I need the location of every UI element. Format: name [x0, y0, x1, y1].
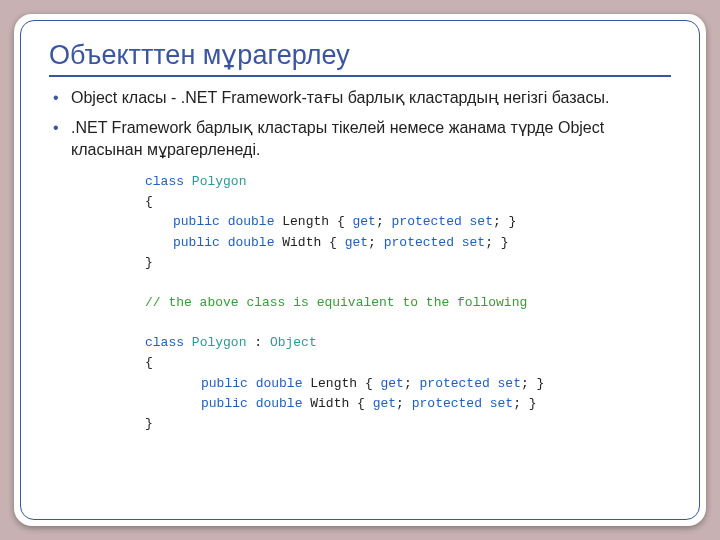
semi: ;: [493, 214, 501, 229]
prop-name: Width: [310, 396, 349, 411]
keyword-public: public: [173, 235, 220, 250]
brace: }: [145, 255, 153, 270]
code-content: class Polygon { public double Length { g…: [145, 172, 575, 434]
brace: {: [357, 396, 365, 411]
keyword-double: double: [228, 235, 275, 250]
brace: }: [529, 396, 537, 411]
semi: ;: [376, 214, 384, 229]
colon: :: [254, 335, 262, 350]
brace: {: [145, 355, 153, 370]
keyword-get: get: [381, 376, 404, 391]
slide-inner: Объектттен мұрагерлеу Object класы - .NE…: [20, 20, 700, 520]
keyword-protected: protected: [412, 396, 482, 411]
keyword-set: set: [462, 235, 485, 250]
keyword-public: public: [201, 396, 248, 411]
prop-name: Width: [282, 235, 321, 250]
keyword-double: double: [228, 214, 275, 229]
slide-title: Объектттен мұрагерлеу: [49, 39, 671, 71]
type-polygon: Polygon: [192, 335, 247, 350]
keyword-public: public: [201, 376, 248, 391]
keyword-class: class: [145, 174, 184, 189]
keyword-protected: protected: [420, 376, 490, 391]
slide-card: Объектттен мұрагерлеу Object класы - .NE…: [14, 14, 706, 526]
keyword-set: set: [490, 396, 513, 411]
brace: }: [145, 416, 153, 431]
prop-name: Length: [310, 376, 357, 391]
keyword-public: public: [173, 214, 220, 229]
brace: }: [537, 376, 545, 391]
keyword-protected: protected: [384, 235, 454, 250]
code-line: public double Width { get; protected set…: [145, 233, 509, 253]
code-line: public double Length { get; protected se…: [145, 212, 516, 232]
keyword-get: get: [345, 235, 368, 250]
code-line: public double Length { get; protected se…: [145, 374, 544, 394]
semi: ;: [513, 396, 521, 411]
brace: {: [365, 376, 373, 391]
brace: }: [501, 235, 509, 250]
keyword-set: set: [498, 376, 521, 391]
code-block: class Polygon { public double Length { g…: [145, 172, 575, 434]
keyword-double: double: [256, 396, 303, 411]
brace: {: [337, 214, 345, 229]
bullet-list: Object класы - .NET Framework-тағы барлы…: [49, 87, 671, 160]
keyword-get: get: [353, 214, 376, 229]
semi: ;: [521, 376, 529, 391]
keyword-set: set: [470, 214, 493, 229]
code-comment: // the above class is equivalent to the …: [145, 295, 527, 310]
semi: ;: [404, 376, 412, 391]
brace: }: [509, 214, 517, 229]
type-polygon: Polygon: [192, 174, 247, 189]
semi: ;: [396, 396, 404, 411]
prop-name: Length: [282, 214, 329, 229]
code-line: public double Width { get; protected set…: [145, 394, 537, 414]
bullet-item: Object класы - .NET Framework-тағы барлы…: [67, 87, 671, 109]
brace: {: [145, 194, 153, 209]
semi: ;: [368, 235, 376, 250]
slide-stage: Объектттен мұрагерлеу Object класы - .NE…: [0, 0, 720, 540]
keyword-class: class: [145, 335, 184, 350]
title-underline: [49, 75, 671, 77]
semi: ;: [485, 235, 493, 250]
keyword-get: get: [373, 396, 396, 411]
keyword-double: double: [256, 376, 303, 391]
keyword-protected: protected: [392, 214, 462, 229]
brace: {: [329, 235, 337, 250]
type-object: Object: [270, 335, 317, 350]
bullet-item: .NET Framework барлық кластары тікелей н…: [67, 117, 671, 160]
